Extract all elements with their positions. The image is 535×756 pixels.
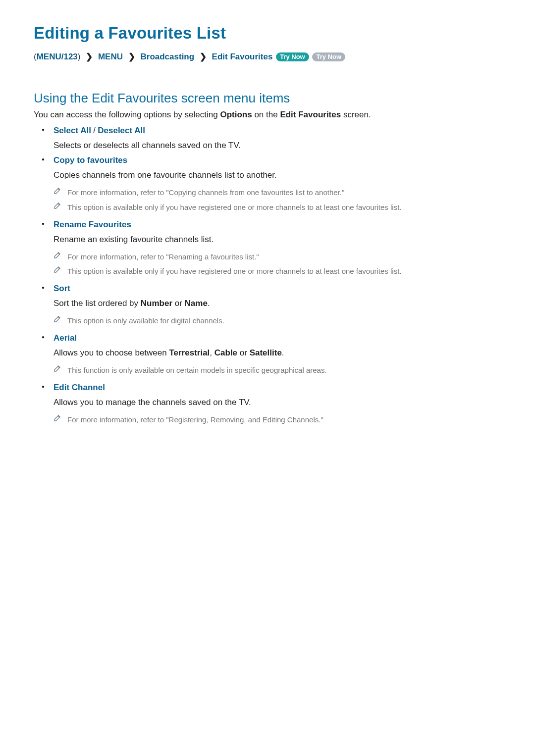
paren-close: ): [78, 52, 81, 61]
pencil-icon: [54, 187, 61, 195]
option-rename-favourites: Rename Favourites Rename an existing fav…: [49, 220, 505, 279]
try-now-button-active[interactable]: Try Now: [276, 52, 309, 61]
desc-strong: Name: [185, 299, 208, 308]
option-desc: Allows you to manage the channels saved …: [54, 398, 505, 407]
note-text: This option is available only if you hav…: [67, 267, 402, 275]
option-label-sort: Sort: [54, 284, 70, 294]
note-list: This function is only available on certa…: [54, 363, 505, 378]
option-label-rename-favourites: Rename Favourites: [54, 220, 131, 230]
note-list: This option is only available for digita…: [54, 313, 505, 328]
desc-part: or: [237, 348, 250, 357]
pencil-icon: [54, 364, 61, 372]
intro-pre: You can access the following options by …: [34, 110, 220, 119]
desc-part: or: [172, 299, 185, 308]
note-text: For more information, refer to "Renaming…: [67, 252, 259, 261]
desc-part: .: [208, 299, 210, 308]
chevron-right-icon: ❯: [86, 51, 93, 62]
option-copy-to-favourites: Copy to favourites Copies channels from …: [49, 155, 505, 215]
breadcrumb-root: MENU/123: [37, 52, 78, 61]
options-list: Select All / Deselect All Selects or des…: [34, 126, 505, 427]
intro-screen-name: Edit Favourites: [280, 110, 341, 119]
note-item: For more information, refer to "Register…: [54, 412, 505, 427]
note-item: For more information, refer to "Copying …: [54, 185, 505, 200]
breadcrumb: (MENU/123) ❯ MENU ❯ Broadcasting ❯ Edit …: [34, 51, 505, 62]
chevron-right-icon: ❯: [128, 51, 135, 62]
document-page: Editing a Favourites List (MENU/123) ❯ M…: [0, 0, 535, 756]
desc-part: Allows you to choose between: [54, 348, 169, 357]
note-item: This option is only available for digita…: [54, 313, 505, 328]
option-desc: Allows you to choose between Terrestrial…: [54, 348, 505, 358]
option-desc: Sort the list ordered by Number or Name.: [54, 299, 505, 308]
desc-part: .: [282, 348, 284, 357]
intro-text: You can access the following options by …: [34, 110, 505, 120]
option-select-all: Select All / Deselect All Selects or des…: [49, 126, 505, 151]
desc-strong: Cable: [214, 348, 237, 357]
option-label-deselect-all: Deselect All: [98, 126, 145, 136]
breadcrumb-item-broadcasting: Broadcasting: [140, 52, 194, 61]
option-label-edit-channel: Edit Channel: [54, 383, 105, 393]
section-heading: Using the Edit Favourites screen menu it…: [34, 91, 505, 106]
note-list: For more information, refer to "Copying …: [54, 185, 505, 215]
desc-strong: Terrestrial: [169, 348, 210, 357]
note-item: This option is available only if you hav…: [54, 264, 505, 279]
desc-part: ,: [210, 348, 214, 357]
option-desc: Rename an existing favourite channels li…: [54, 235, 505, 245]
note-text: This option is only available for digita…: [67, 316, 224, 325]
pencil-icon: [54, 414, 61, 422]
breadcrumb-item-edit-favourites: Edit Favourites: [212, 52, 273, 61]
pencil-icon: [54, 251, 61, 259]
option-desc: Copies channels from one favourite chann…: [54, 170, 505, 180]
pencil-icon: [54, 202, 61, 209]
intro-post: screen.: [341, 110, 371, 119]
intro-options-word: Options: [220, 110, 252, 119]
pencil-icon: [54, 265, 61, 273]
intro-mid: on the: [252, 110, 280, 119]
option-label-select-all: Select All: [54, 126, 91, 136]
pencil-icon: [54, 315, 61, 323]
desc-strong: Satellite: [250, 348, 282, 357]
note-item: This option is available only if you hav…: [54, 200, 505, 215]
note-text: This function is only available on certa…: [67, 366, 327, 374]
option-sort: Sort Sort the list ordered by Number or …: [49, 284, 505, 328]
option-edit-channel: Edit Channel Allows you to manage the ch…: [49, 383, 505, 427]
note-text: For more information, refer to "Register…: [67, 415, 323, 424]
option-desc: Selects or deselects all channels saved …: [54, 141, 505, 151]
try-now-button-disabled: Try Now: [312, 52, 345, 61]
desc-part: Sort the list ordered by: [54, 299, 141, 308]
note-list: For more information, refer to "Register…: [54, 412, 505, 427]
note-text: For more information, refer to "Copying …: [67, 188, 344, 197]
note-item: This function is only available on certa…: [54, 363, 505, 378]
note-item: For more information, refer to "Renaming…: [54, 250, 505, 264]
breadcrumb-item-menu: MENU: [98, 52, 123, 61]
option-label-copy-to-favourites: Copy to favourites: [54, 155, 127, 165]
note-text: This option is available only if you hav…: [67, 203, 402, 211]
page-title: Editing a Favourites List: [34, 24, 505, 43]
desc-strong: Number: [141, 299, 172, 308]
option-label-aerial: Aerial: [54, 333, 77, 343]
option-aerial: Aerial Allows you to choose between Terr…: [49, 333, 505, 378]
chevron-right-icon: ❯: [200, 51, 207, 62]
option-label-separator: /: [91, 126, 98, 135]
note-list: For more information, refer to "Renaming…: [54, 250, 505, 279]
